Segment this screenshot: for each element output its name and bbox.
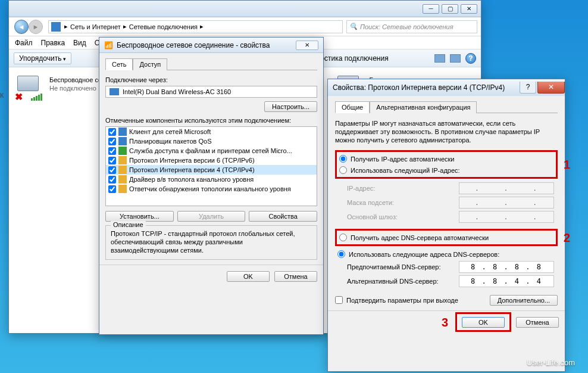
gateway-label: Основной шлюз: xyxy=(347,213,398,220)
responder-icon xyxy=(118,185,127,193)
maximize-button[interactable]: ▢ xyxy=(442,4,458,14)
install-button[interactable]: Установить... xyxy=(105,211,174,222)
ipv4-footer: 3 OK Отмена xyxy=(328,310,565,333)
component-checkbox[interactable] xyxy=(108,176,116,184)
client-icon xyxy=(118,128,127,136)
search-placeholder: Поиск: Сетевые подключения xyxy=(360,23,453,30)
annotation-2: 2 xyxy=(564,231,570,244)
ipv4-title: Свойства: Протокол Интернета версии 4 (T… xyxy=(333,83,505,92)
dns1-label: Предпочитаемый DNS-сервер: xyxy=(347,263,440,271)
tabs: Сеть Доступ xyxy=(105,58,317,70)
uninstall-button[interactable]: Удалить xyxy=(177,211,246,222)
menu-edit[interactable]: Правка xyxy=(41,39,65,47)
description-group: Описание Протокол TCP/IP - стандартный п… xyxy=(105,225,317,260)
menu-view[interactable]: Вид xyxy=(73,39,86,47)
highlight-box-3: 3 OK xyxy=(455,312,511,332)
component-label: Клиент для сетей Microsoft xyxy=(129,128,211,135)
close-button[interactable]: ✕ xyxy=(537,82,565,94)
component-checkbox[interactable] xyxy=(108,166,116,174)
ip-address-label: IP-адрес: xyxy=(347,185,375,192)
lltd-icon xyxy=(118,175,127,184)
adapter-field: Intel(R) Dual Band Wireless-AC 3160 xyxy=(105,86,317,98)
dns2-label: Альтернативный DNS-сервер: xyxy=(347,278,439,285)
ipv4-icon xyxy=(118,166,127,174)
advanced-button[interactable]: Дополнительно... xyxy=(490,295,558,306)
adapter-name: Intel(R) Dual Band Wireless-AC 3160 xyxy=(123,88,231,95)
monitor-icon xyxy=(17,76,39,91)
component-checkbox[interactable] xyxy=(108,128,116,136)
ip-manual-label: Использовать следующий IP-адрес: xyxy=(351,167,460,174)
annotation-3: 3 xyxy=(442,315,448,329)
dns2-field[interactable]: 8 . 8 . 4 . 4 xyxy=(459,275,554,287)
component-checkbox[interactable] xyxy=(108,138,116,145)
configure-button[interactable]: Настроить... xyxy=(264,101,317,112)
ipv4-tabs: Общие Альтернативная конфигурация xyxy=(335,101,558,113)
dns-auto-radio[interactable] xyxy=(339,234,347,241)
ip-auto-radio[interactable] xyxy=(339,155,347,163)
dialog-titlebar: 📶 Беспроводное сетевое соединение - свой… xyxy=(99,38,323,53)
dns1-field[interactable]: 8 . 8 . 8 . 8 xyxy=(459,261,554,273)
ip-address-field: ... xyxy=(459,182,554,194)
menu-file[interactable]: Файл xyxy=(15,39,33,47)
forward-button[interactable]: ► xyxy=(29,20,43,34)
navbar: ◄ ► ▸Сеть и Интернет ▸Сетевые подключени… xyxy=(9,17,481,36)
component-label: Протокол Интернета версии 6 (TCP/IPv6) xyxy=(129,157,255,164)
validate-label: Подтвердить параметры при выходе xyxy=(346,297,458,304)
description-text: Протокол TCP/IP - стандартный протокол г… xyxy=(111,229,312,254)
dns-manual-radio[interactable] xyxy=(337,250,345,258)
ok-button[interactable]: OK xyxy=(227,271,270,282)
search-icon: 🔍 xyxy=(349,23,358,30)
cancel-button[interactable]: Отмена xyxy=(516,317,559,328)
breadcrumb[interactable]: ▸Сеть и Интернет ▸Сетевые подключения ▸ xyxy=(48,20,343,33)
breadcrumb-part[interactable]: Сетевые подключения xyxy=(129,23,198,30)
organize-button[interactable]: Упорядочить xyxy=(14,52,71,64)
properties-button[interactable]: Свойства xyxy=(249,211,317,222)
ip-auto-label: Получить IP-адрес автоматически xyxy=(351,156,454,163)
preview-icon[interactable] xyxy=(450,54,461,63)
adapter-properties-dialog: 📶 Беспроводное сетевое соединение - свой… xyxy=(99,37,324,335)
fileshare-icon xyxy=(118,147,127,155)
watermark: User-Life.com xyxy=(527,358,575,367)
component-label: Протокол Интернета версии 4 (TCP/IPv4) xyxy=(129,166,255,173)
disconnected-icon: ✖ xyxy=(15,91,24,101)
description-title: Описание xyxy=(111,221,146,228)
component-label: Ответчик обнаружения топологии канальног… xyxy=(129,185,291,192)
annotation-1: 1 xyxy=(564,158,570,172)
tab-access[interactable]: Доступ xyxy=(133,58,167,70)
adapter-icon: 📶 xyxy=(104,41,113,49)
component-label: Служба доступа к файлам и принтерам сете… xyxy=(129,147,292,154)
highlight-box-2: 2 Получить адрес DNS-сервера автоматичес… xyxy=(335,229,558,246)
connect-via-label: Подключение через: xyxy=(105,76,317,83)
validate-checkbox[interactable] xyxy=(335,296,343,304)
ok-button[interactable]: OK xyxy=(462,317,505,328)
network-icon xyxy=(51,22,61,32)
component-label: Драйвер в/в тополога канального уровня xyxy=(129,176,254,183)
close-button[interactable]: ✕ xyxy=(461,4,477,14)
breadcrumb-part[interactable]: Сеть и Интернет xyxy=(70,23,121,30)
component-checkbox[interactable] xyxy=(108,185,116,193)
component-checkbox[interactable] xyxy=(108,157,116,164)
tab-alternative[interactable]: Альтернативная конфигурация xyxy=(370,101,477,113)
back-button[interactable]: ◄ xyxy=(14,20,29,34)
dns-auto-label: Получить адрес DNS-сервера автоматически xyxy=(351,234,489,241)
components-list[interactable]: Клиент для сетей Microsoft Планировщик п… xyxy=(105,126,317,206)
gateway-field: ... xyxy=(459,211,554,223)
signal-icon xyxy=(31,94,42,101)
dialog-close-button[interactable]: ✕ xyxy=(296,41,318,50)
help-button[interactable]: ? xyxy=(520,82,536,94)
component-checkbox[interactable] xyxy=(108,147,116,155)
cancel-button[interactable]: Отмена xyxy=(274,271,317,282)
minimize-button[interactable]: ─ xyxy=(423,4,439,14)
component-label: Планировщик пакетов QoS xyxy=(129,138,212,145)
dialog-title: Беспроводное сетевое соединение - свойст… xyxy=(117,41,270,49)
search-input[interactable]: 🔍 Поиск: Сетевые подключения xyxy=(346,20,477,33)
ipv4-description: Параметры IP могут назначаться автоматич… xyxy=(335,119,558,144)
ipv4-titlebar: Свойства: Протокол Интернета версии 4 (T… xyxy=(328,79,565,96)
ip-manual-radio[interactable] xyxy=(339,166,347,174)
tab-general[interactable]: Общие xyxy=(335,101,370,113)
help-icon[interactable]: ? xyxy=(465,53,476,64)
view-icon[interactable] xyxy=(434,54,445,63)
explorer-titlebar: ─ ▢ ✕ xyxy=(9,1,481,17)
tab-network[interactable]: Сеть xyxy=(105,58,133,70)
components-label: Отмеченные компоненты используются этим … xyxy=(105,117,317,124)
